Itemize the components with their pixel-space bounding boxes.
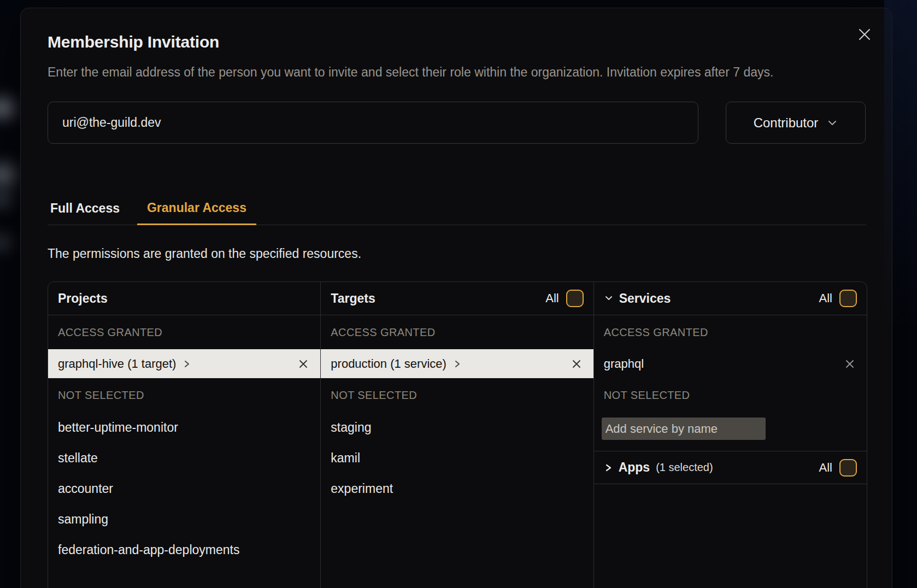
role-select[interactable]: Contributor (726, 102, 866, 144)
services-all-group: All (819, 290, 857, 307)
dialog-title: Membership Invitation (48, 32, 866, 52)
backdrop-blur-shape (0, 190, 17, 209)
target-list-item[interactable]: staging (321, 412, 593, 443)
add-service-input[interactable] (602, 418, 766, 440)
project-selected-row[interactable]: graphql-hive (1 target) (48, 349, 320, 378)
access-tabs: Full Access Granular Access (48, 201, 866, 225)
services-not-selected-label: NOT SELECTED (594, 378, 867, 412)
backdrop-blur-shape (0, 232, 16, 254)
apps-all-group: All (819, 459, 857, 477)
target-list-item[interactable]: kamil (321, 443, 593, 473)
chevron-right-icon (604, 463, 613, 473)
apps-all-checkbox[interactable] (839, 459, 857, 477)
close-icon (298, 359, 308, 369)
services-all-checkbox[interactable] (839, 290, 857, 307)
membership-invitation-dialog: Membership Invitation Enter the email ad… (20, 8, 892, 588)
projects-access-granted-label: ACCESS GRANTED (48, 315, 320, 349)
backdrop-blur-shape (0, 94, 21, 122)
tab-full-access[interactable]: Full Access (48, 201, 131, 225)
remove-project-button[interactable] (296, 357, 310, 371)
projects-not-selected-label: NOT SELECTED (48, 378, 320, 412)
role-select-value: Contributor (754, 115, 819, 131)
chevron-right-icon (183, 360, 191, 368)
target-selected-label: production (1 service) (331, 357, 446, 371)
targets-all-group: All (545, 290, 583, 307)
projects-header-label: Projects (58, 291, 108, 306)
close-icon (572, 359, 581, 369)
services-header-label: Services (619, 291, 671, 306)
backdrop-blur-shape (0, 158, 23, 191)
apps-label: Apps (619, 460, 650, 475)
services-access-granted-label: ACCESS GRANTED (594, 315, 867, 349)
targets-column-header: Targets All (321, 282, 593, 315)
permissions-note: The permissions are granted on the speci… (48, 246, 866, 261)
remove-service-button[interactable] (843, 357, 857, 371)
project-list-item[interactable]: federation-and-app-deployments (48, 534, 320, 565)
services-column-header[interactable]: Services All (594, 282, 867, 315)
services-column: Services All ACCESS GRANTED graphql NOT … (594, 282, 867, 588)
targets-column: Targets All ACCESS GRANTED production (1… (321, 282, 593, 588)
targets-all-checkbox[interactable] (566, 290, 584, 307)
project-list-item[interactable]: sampling (48, 504, 320, 534)
close-icon (857, 27, 872, 42)
chevron-down-icon (827, 117, 838, 128)
services-all-label: All (819, 291, 832, 305)
targets-not-selected-label: NOT SELECTED (321, 378, 593, 412)
projects-column-header: Projects (48, 282, 320, 315)
dialog-description: Enter the email address of the person yo… (48, 62, 866, 83)
resources-table: Projects ACCESS GRANTED graphql-hive (1 … (48, 281, 867, 588)
service-granted-label: graphql (604, 357, 644, 371)
targets-header-label: Targets (331, 291, 375, 306)
chevron-down-icon (604, 293, 614, 303)
target-list-item[interactable]: experiment (321, 473, 593, 504)
chevron-right-icon (454, 360, 461, 368)
email-input[interactable] (48, 102, 698, 144)
invite-form-row: Contributor (48, 102, 866, 144)
apps-all-label: All (819, 461, 832, 475)
targets-all-label: All (545, 291, 559, 305)
project-selected-label: graphql-hive (1 target) (58, 357, 176, 371)
service-granted-row[interactable]: graphql (594, 349, 867, 378)
project-list-item[interactable]: better-uptime-monitor (48, 412, 320, 443)
apps-selected-count: (1 selected) (656, 461, 713, 474)
apps-row[interactable]: Apps (1 selected) All (594, 451, 867, 484)
target-selected-row[interactable]: production (1 service) (321, 349, 593, 378)
projects-column: Projects ACCESS GRANTED graphql-hive (1 … (48, 282, 321, 588)
close-icon (845, 359, 855, 369)
project-list-item[interactable]: accounter (48, 473, 320, 504)
close-button[interactable] (857, 27, 872, 42)
project-list-item[interactable]: stellate (48, 443, 320, 473)
targets-access-granted-label: ACCESS GRANTED (321, 315, 593, 349)
remove-target-button[interactable] (569, 357, 584, 371)
tab-granular-access[interactable]: Granular Access (137, 201, 256, 225)
